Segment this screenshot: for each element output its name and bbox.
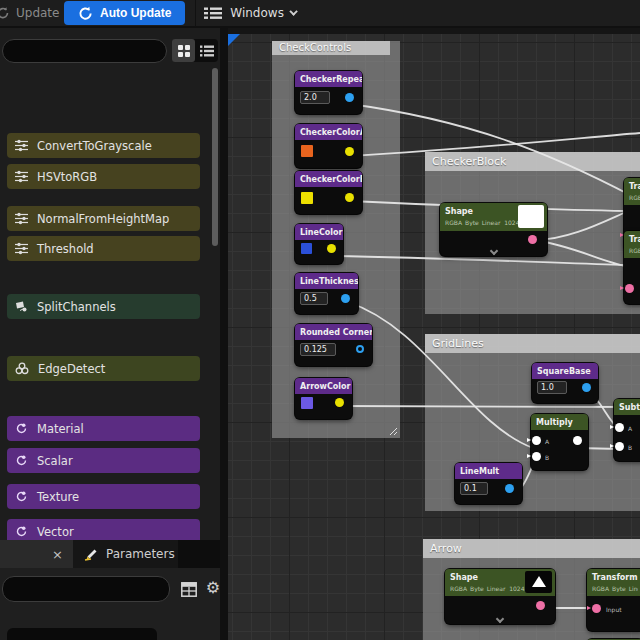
node-shape-arrow[interactable]: Shape RGBA_Byte_Linear 1024x1024	[445, 569, 555, 624]
library-scrollbar[interactable]	[212, 68, 218, 246]
panel-divider[interactable]	[220, 28, 228, 640]
node-checkerrepeat[interactable]: CheckerRepeat 2.0	[295, 71, 362, 114]
library-item-edgedetect[interactable]: EdgeDetect	[7, 356, 200, 381]
node-title: Shape	[450, 573, 478, 582]
value-field[interactable]: 0.1	[460, 482, 488, 495]
grid-view-button[interactable]	[172, 39, 195, 62]
node-shape-checker[interactable]: Shape RGBA_Byte_Linear 1024x1024	[440, 203, 547, 256]
expand-chevron-icon[interactable]	[489, 247, 497, 255]
input-parameter-icon	[15, 454, 28, 467]
library-item-threshold[interactable]: Threshold	[7, 236, 200, 261]
color-swatch[interactable]	[301, 192, 313, 204]
node-transform-arrow[interactable]: Transform RGBA_Byte_Linear 1024x1024 Inp…	[587, 569, 640, 631]
output-port-unconnected[interactable]	[356, 345, 364, 353]
update-button[interactable]: Update	[0, 0, 62, 27]
node-linecolor[interactable]: LineColor	[295, 224, 343, 264]
graph-computed-flag-icon	[228, 34, 240, 46]
value-field[interactable]: 0.125	[300, 343, 336, 356]
library-item-converttograyscale[interactable]: ConvertToGrayscale	[7, 133, 200, 158]
tab-current[interactable]: ×	[0, 540, 73, 568]
node-linethickness[interactable]: LineThickness 0.5	[295, 273, 358, 314]
node-format: RGBA_Byte_Linear	[450, 585, 505, 592]
close-icon[interactable]: ×	[52, 548, 63, 561]
update-refresh-icon	[0, 6, 10, 20]
node-transform-mid[interactable]: Transform RGBA	[624, 231, 640, 304]
input-port[interactable]	[625, 284, 634, 293]
node-title: Transform	[629, 235, 640, 244]
node-multiply[interactable]: Multiply A B	[531, 414, 588, 470]
update-label: Update	[16, 6, 59, 20]
library-item-label: NormalFromHeightMap	[37, 212, 169, 226]
auto-update-label: Auto Update	[100, 6, 171, 20]
grid-view-icon	[178, 45, 190, 57]
output-port[interactable]	[341, 294, 350, 303]
windows-label: Windows	[230, 6, 284, 20]
expand-chevron-icon[interactable]	[496, 615, 504, 623]
wire-layer	[228, 34, 640, 640]
output-port[interactable]	[335, 398, 344, 407]
node-linemult[interactable]: LineMult 0.1	[455, 463, 522, 504]
node-graph-canvas[interactable]: CheckControls CheckerBlock GridLines Arr…	[228, 28, 640, 640]
output-port[interactable]	[327, 244, 336, 253]
list-view-button[interactable]	[195, 39, 218, 62]
panel-tab-bar: × Parameters	[0, 540, 220, 568]
table-view-button[interactable]	[179, 579, 199, 599]
output-port[interactable]	[536, 601, 545, 610]
library-item-normalfromheightmap[interactable]: NormalFromHeightMap	[7, 206, 200, 231]
input-port-b[interactable]	[615, 442, 624, 451]
node-roundedcorners[interactable]: Rounded Corners 0.125	[295, 324, 372, 366]
node-arrowcolor[interactable]: ArrowColor	[295, 378, 352, 419]
chevron-down-icon	[289, 7, 297, 15]
parameters-search-input[interactable]	[3, 577, 169, 601]
auto-update-button[interactable]: Auto Update	[64, 1, 185, 25]
output-port[interactable]	[573, 436, 582, 445]
node-checkercolora[interactable]: CheckerColorA	[295, 124, 362, 168]
output-port[interactable]	[528, 235, 537, 244]
input-port[interactable]	[592, 604, 601, 613]
input-port-b[interactable]	[532, 452, 541, 461]
table-icon	[181, 582, 197, 597]
pencil-icon	[83, 547, 98, 561]
output-port[interactable]	[582, 383, 591, 392]
library-search-box	[2, 39, 167, 63]
auto-update-refresh-icon	[78, 6, 93, 21]
node-title: Subtract	[614, 399, 640, 415]
output-port[interactable]	[505, 484, 514, 493]
main-toolbar: Update Auto Update Windows	[0, 0, 640, 28]
node-squarebase[interactable]: SquareBase 1.0	[532, 363, 598, 403]
library-item-hsvtorgb[interactable]: HSVtoRGB	[7, 164, 200, 189]
value-field[interactable]: 0.5	[300, 292, 328, 305]
input-port-a[interactable]	[615, 423, 624, 432]
library-item-texture[interactable]: Texture	[7, 484, 200, 509]
library-item-label: Scalar	[37, 454, 73, 468]
color-swatch[interactable]	[301, 145, 313, 157]
output-port[interactable]	[345, 93, 354, 102]
color-swatch[interactable]	[301, 397, 313, 409]
library-item-material[interactable]: Material	[7, 416, 200, 441]
sliders-icon	[15, 139, 28, 152]
triangle-glyph	[532, 576, 546, 587]
library-item-splitchannels[interactable]: SplitChannels	[7, 294, 200, 319]
library-item-scalar[interactable]: Scalar	[7, 448, 200, 473]
node-checkercolorb[interactable]: CheckerColorB	[295, 171, 362, 214]
output-port[interactable]	[345, 147, 354, 156]
parameters-search-box	[2, 576, 170, 602]
node-title: Transform	[629, 182, 640, 191]
value-field[interactable]: 1.0	[537, 381, 567, 394]
value-field[interactable]: 2.0	[300, 91, 330, 104]
settings-button[interactable]: ⚙	[203, 578, 223, 598]
wire	[348, 302, 533, 448]
node-title: Transform	[592, 573, 638, 582]
library-panel: ConvertToGrayscale HSVtoRGB NormalFromHe…	[0, 28, 220, 640]
node-subtract[interactable]: Subtract A B	[614, 399, 640, 461]
color-swatch[interactable]	[301, 243, 312, 254]
input-port-a[interactable]	[532, 436, 541, 445]
tab-parameters[interactable]: Parameters	[73, 540, 178, 568]
node-title: LineMult	[455, 463, 522, 479]
node-format: RGBA_Byte_Linear	[445, 219, 500, 226]
output-port[interactable]	[345, 193, 354, 202]
parameters-search-row: ⚙	[0, 574, 220, 604]
library-search-input[interactable]	[3, 40, 166, 62]
list-view-icon	[200, 45, 214, 57]
windows-menu[interactable]: Windows	[204, 0, 298, 27]
